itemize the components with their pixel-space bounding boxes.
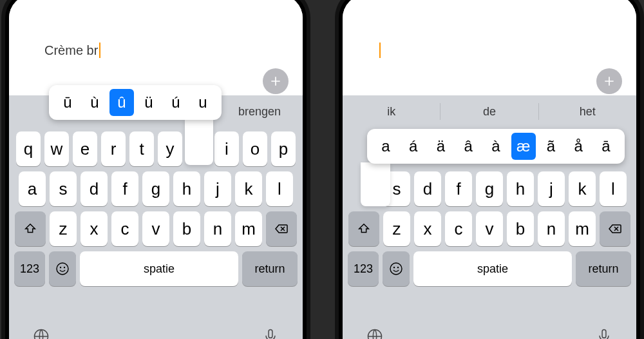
shift-key[interactable]	[348, 211, 379, 246]
key-k[interactable]: k	[235, 171, 262, 206]
key-row-4: 123 spatie return	[9, 251, 303, 286]
add-button[interactable]	[263, 68, 289, 94]
accent-opt-5[interactable]: u	[191, 89, 215, 116]
dictation-key[interactable]	[595, 327, 613, 339]
suggestion-bar: ik de het	[343, 95, 636, 128]
text-editor[interactable]	[343, 0, 636, 92]
key-a[interactable]: a	[19, 171, 46, 206]
key-c[interactable]: c	[111, 211, 138, 246]
keyboard-bottom-bar	[9, 321, 303, 339]
key-r[interactable]: r	[101, 131, 126, 166]
accent-opt-3[interactable]: ü	[137, 89, 161, 116]
key-k[interactable]: k	[569, 171, 596, 206]
accent-opt-6[interactable]: ã	[539, 133, 564, 160]
key-v[interactable]: v	[476, 211, 503, 246]
suggestion-2[interactable]: het	[539, 105, 636, 119]
accent-opt-1[interactable]: ù	[82, 89, 107, 116]
numbers-key[interactable]: 123	[348, 251, 379, 286]
globe-key[interactable]	[366, 327, 384, 339]
plus-icon	[603, 75, 616, 88]
accent-opt-8[interactable]: ā	[594, 133, 618, 160]
key-p[interactable]: p	[271, 131, 296, 166]
shift-icon	[23, 222, 37, 236]
key-h[interactable]: h	[173, 171, 200, 206]
key-m[interactable]: m	[569, 211, 596, 246]
key-n[interactable]: n	[204, 211, 231, 246]
key-g[interactable]: g	[476, 171, 503, 206]
accent-opt-4[interactable]: à	[484, 133, 508, 160]
accent-opt-4[interactable]: ú	[164, 89, 188, 116]
key-q[interactable]: q	[16, 131, 41, 166]
accent-opt-2[interactable]: û	[109, 89, 134, 116]
key-v[interactable]: v	[142, 211, 169, 246]
space-key[interactable]: spatie	[80, 251, 238, 286]
accent-opt-0[interactable]: ū	[55, 89, 80, 116]
backspace-key[interactable]	[600, 211, 630, 246]
key-g[interactable]: g	[142, 171, 169, 206]
key-m[interactable]: m	[235, 211, 262, 246]
key-w[interactable]: w	[44, 131, 69, 166]
text-caret	[379, 43, 381, 58]
key-n[interactable]: n	[538, 211, 565, 246]
emoji-icon	[388, 261, 404, 276]
accent-opt-0[interactable]: a	[374, 133, 398, 160]
return-key[interactable]: return	[576, 251, 631, 286]
emoji-key[interactable]	[49, 251, 76, 286]
shift-key[interactable]	[15, 211, 46, 246]
popup-stem	[361, 162, 390, 206]
return-key[interactable]: return	[242, 251, 298, 286]
emoji-icon	[55, 261, 70, 276]
add-button[interactable]	[596, 68, 622, 94]
text-editor[interactable]: Crème br	[9, 0, 303, 92]
svg-point-3	[35, 330, 48, 340]
key-b[interactable]: b	[507, 211, 534, 246]
key-c[interactable]: c	[445, 211, 472, 246]
key-l[interactable]: l	[266, 171, 293, 206]
accent-opt-3[interactable]: â	[456, 133, 480, 160]
key-x[interactable]: x	[80, 211, 108, 246]
plus-icon	[269, 75, 282, 88]
numbers-key[interactable]: 123	[14, 251, 45, 286]
key-y[interactable]: y	[158, 131, 182, 166]
key-h[interactable]: h	[507, 171, 534, 206]
key-d[interactable]: d	[80, 171, 108, 206]
emoji-key[interactable]	[383, 251, 410, 286]
key-x[interactable]: x	[414, 211, 441, 246]
backspace-icon	[607, 221, 623, 237]
dictation-key[interactable]	[261, 327, 279, 339]
key-z[interactable]: z	[50, 211, 77, 246]
key-d[interactable]: d	[414, 171, 441, 206]
suggestion-0[interactable]: brengen	[216, 105, 303, 119]
mic-icon	[595, 327, 613, 339]
suggestion-0[interactable]: ik	[343, 105, 440, 119]
globe-icon	[32, 327, 50, 339]
key-j[interactable]: j	[538, 171, 565, 206]
accent-opt-7[interactable]: å	[566, 133, 591, 160]
key-row-4: 123 spatie return	[343, 251, 636, 286]
key-row-1: q w e r t y i o p	[9, 131, 303, 166]
key-l[interactable]: l	[600, 171, 627, 206]
key-j[interactable]: j	[204, 171, 231, 206]
key-e[interactable]: e	[73, 131, 97, 166]
key-b[interactable]: b	[173, 211, 200, 246]
key-o[interactable]: o	[243, 131, 267, 166]
accent-opt-5[interactable]: æ	[511, 133, 536, 160]
key-f[interactable]: f	[111, 171, 138, 206]
phone-left: Crème br brengen ū ù û ü ú u q w	[1, 0, 310, 339]
key-s[interactable]: s	[50, 171, 77, 206]
suggestion-1[interactable]: de	[440, 105, 538, 119]
key-i[interactable]: i	[214, 131, 239, 166]
accent-opt-2[interactable]: ä	[429, 133, 453, 160]
key-z[interactable]: z	[383, 211, 410, 246]
popup-stem	[185, 119, 213, 165]
svg-point-7	[397, 267, 399, 268]
key-t[interactable]: t	[129, 131, 154, 166]
backspace-key[interactable]	[266, 211, 297, 246]
keyboard: brengen ū ù û ü ú u q w e r t y i o p	[9, 95, 303, 339]
accent-opt-1[interactable]: á	[401, 133, 426, 160]
accent-popup: ū ù û ü ú u	[49, 85, 222, 120]
key-f[interactable]: f	[445, 171, 472, 206]
mic-icon	[261, 327, 279, 339]
globe-key[interactable]	[32, 327, 50, 339]
space-key[interactable]: spatie	[413, 251, 572, 286]
